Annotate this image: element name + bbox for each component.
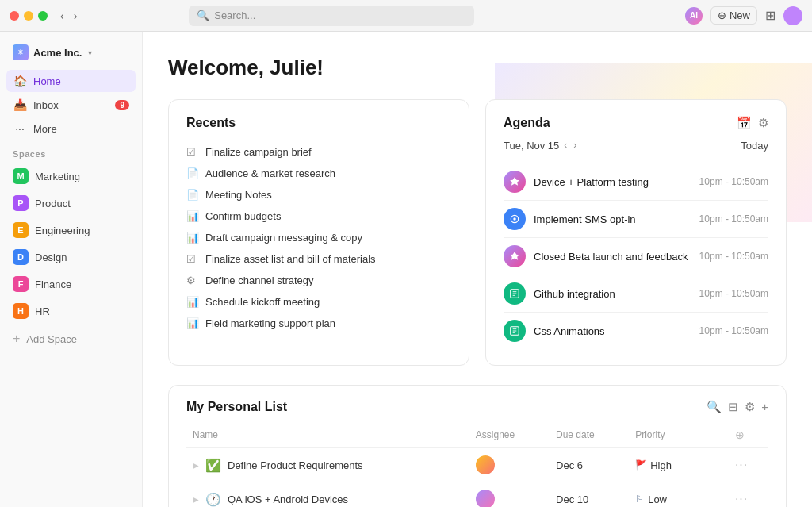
close-dot[interactable] — [10, 11, 19, 21]
recents-card: Recents ☑ Finalize campaign brief 📄 Audi… — [168, 99, 469, 366]
sidebar-item-finance[interactable]: F Finance — [6, 271, 136, 297]
grid-icon[interactable]: ⊞ — [765, 8, 776, 23]
recent-icon: ☑ — [186, 253, 199, 265]
row-expand-icon[interactable]: ▶ — [193, 461, 199, 470]
search-bar[interactable]: 🔍 Search... — [189, 6, 474, 26]
list-item[interactable]: 📊 Confirm budgets — [186, 205, 451, 227]
add-icon[interactable]: + — [761, 400, 768, 414]
agenda-item-time: 10pm - 10:50am — [699, 213, 768, 225]
agenda-item-title: Implement SMS opt-in — [534, 213, 691, 225]
more-icon: ··· — [13, 122, 27, 135]
calendar-icon[interactable]: 📅 — [737, 116, 752, 130]
more-button[interactable]: ··· — [735, 492, 748, 505]
sidebar-item-product[interactable]: P Product — [6, 190, 136, 216]
new-icon: ⊕ — [718, 10, 726, 21]
recent-icon: 📊 — [186, 317, 199, 329]
col-name: Name — [186, 425, 469, 448]
agenda-title: Agenda — [504, 116, 550, 130]
avatar[interactable] — [783, 6, 802, 25]
list-item[interactable]: 📊 Draft campaign messaging & copy — [186, 227, 451, 248]
add-space-label: Add Space — [26, 333, 77, 345]
agenda-next-button[interactable]: › — [572, 138, 578, 152]
main-content: Welcome, Julie! Recents ☑ Finalize campa… — [143, 32, 812, 507]
agenda-prev-button[interactable]: ‹ — [562, 138, 569, 152]
priority-flag-icon: 🚩 — [635, 459, 647, 471]
agenda-item-time: 10pm - 10:50am — [699, 251, 768, 262]
agenda-item-title: Closed Beta launch and feedback — [534, 251, 691, 263]
assignee-cell — [469, 482, 550, 508]
sidebar-item-marketing[interactable]: M Marketing — [6, 163, 136, 189]
col-assignee: Assignee — [469, 425, 550, 448]
agenda-item-icon — [504, 171, 526, 193]
row-expand-icon[interactable]: ▶ — [193, 495, 199, 504]
back-button[interactable]: ‹ — [57, 8, 67, 24]
add-space-button[interactable]: + Add Space — [6, 327, 136, 351]
sidebar-item-inbox[interactable]: 📥 Inbox 9 — [6, 94, 136, 116]
filter-icon[interactable]: ⊟ — [728, 400, 738, 414]
list-item[interactable]: ☑ Finalize campaign brief — [186, 141, 451, 163]
more-button[interactable]: ··· — [735, 458, 748, 471]
list-item[interactable]: 📊 Field marketing support plan — [186, 313, 451, 334]
agenda-item-title: Css Animations — [534, 325, 691, 337]
priority-cell: 🏳 Low — [629, 482, 729, 508]
status-icon: ✅ — [205, 458, 221, 473]
recents-list: ☑ Finalize campaign brief 📄 Audience & m… — [186, 141, 451, 334]
ai-button[interactable]: AI — [685, 7, 703, 25]
recent-icon: ⚙ — [186, 275, 199, 286]
agenda-date: Tue, Nov 15 ‹ › — [504, 138, 578, 152]
sidebar-item-home[interactable]: 🏠 Home — [6, 70, 136, 92]
recent-icon: 📄 — [186, 189, 199, 201]
table-header-row: Name Assignee Due date Priority ⊕ — [186, 425, 768, 448]
agenda-item-icon — [504, 320, 526, 342]
list-item[interactable]: 📊 Schedule kickoff meeting — [186, 291, 451, 313]
list-item[interactable]: ☑ Finalize asset list and bill of materi… — [186, 248, 451, 270]
space-label: HR — [35, 305, 50, 317]
list-item[interactable]: Device + Platform testing 10pm - 10:50am — [504, 163, 768, 201]
expand-icon[interactable]: ⊕ — [735, 428, 745, 441]
search-icon[interactable]: 🔍 — [707, 400, 722, 414]
sidebar-item-engineering[interactable]: E Engineering — [6, 217, 136, 243]
list-item[interactable]: 📄 Audience & market research — [186, 163, 451, 184]
workspace-chevron-icon: ▾ — [88, 48, 92, 57]
space-dot-marketing: M — [13, 168, 29, 184]
settings-icon[interactable]: ⚙ — [758, 116, 768, 130]
app-body: ✳ Acme Inc. ▾ 🏠 Home 📥 Inbox 9 ··· More … — [0, 32, 812, 507]
settings-icon[interactable]: ⚙ — [745, 400, 755, 414]
agenda-item-time: 10pm - 10:50am — [699, 176, 768, 187]
new-button[interactable]: ⊕ New — [710, 6, 757, 25]
inbox-badge: 9 — [115, 100, 129, 110]
today-button[interactable]: Today — [741, 140, 768, 152]
space-dot-product: P — [13, 195, 29, 211]
search-icon: 🔍 — [197, 10, 209, 21]
list-item[interactable]: Css Animations 10pm - 10:50am — [504, 313, 768, 349]
agenda-item-title: Github integration — [534, 288, 691, 300]
list-item[interactable]: Implement SMS opt-in 10pm - 10:50am — [504, 201, 768, 238]
agenda-item-icon — [504, 245, 526, 267]
recent-icon: 📊 — [186, 210, 199, 222]
status-icon: 🕐 — [205, 492, 221, 507]
inbox-icon: 📥 — [13, 98, 27, 111]
recent-icon: 📊 — [186, 232, 199, 244]
minimize-dot[interactable] — [24, 11, 33, 21]
space-dot-design: D — [13, 249, 29, 265]
workspace-name: Acme Inc. — [33, 47, 82, 59]
search-placeholder: Search... — [214, 10, 255, 21]
maximize-dot[interactable] — [38, 11, 48, 21]
agenda-header-icons: 📅 ⚙ — [737, 116, 768, 130]
agenda-date-row: Tue, Nov 15 ‹ › Today — [504, 138, 768, 152]
forward-button[interactable]: › — [71, 8, 81, 24]
list-item[interactable]: Closed Beta launch and feedback 10pm - 1… — [504, 238, 768, 275]
list-item[interactable]: ⚙ Define channel strategy — [186, 270, 451, 291]
titlebar: ‹ › 🔍 Search... AI ⊕ New ⊞ — [0, 0, 812, 32]
workspace-logo: ✳ — [13, 44, 29, 60]
sidebar-item-hr[interactable]: H HR — [6, 298, 136, 324]
space-label: Product — [35, 198, 71, 209]
sidebar-item-design[interactable]: D Design — [6, 244, 136, 270]
workspace-header[interactable]: ✳ Acme Inc. ▾ — [6, 41, 136, 68]
list-item[interactable]: Github integration 10pm - 10:50am — [504, 275, 768, 313]
list-item[interactable]: 📄 Meeting Notes — [186, 184, 451, 205]
spaces-label: Spaces — [6, 141, 136, 162]
due-date-cell: Dec 10 — [550, 482, 629, 508]
sidebar-item-more[interactable]: ··· More — [6, 117, 136, 140]
sidebar-item-label: Home — [33, 75, 61, 87]
